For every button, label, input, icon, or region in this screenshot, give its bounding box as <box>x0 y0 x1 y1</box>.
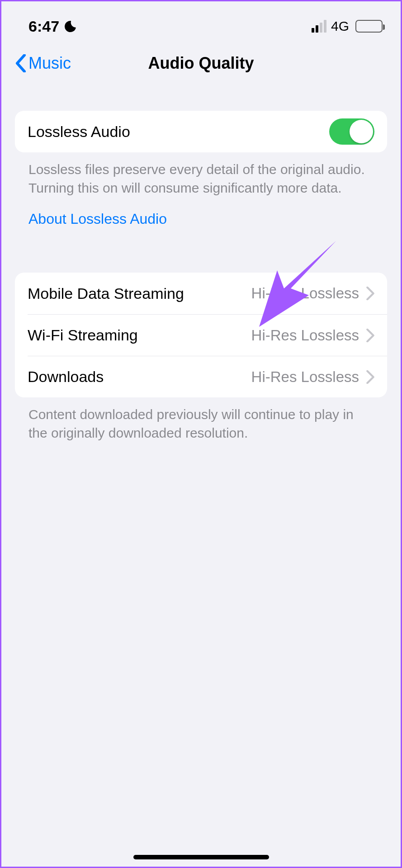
wifi-streaming-row[interactable]: Wi-Fi Streaming Hi-Res Lossless <box>28 314 387 356</box>
network-type-label: 4G <box>331 19 349 34</box>
do-not-disturb-moon-icon <box>64 19 77 33</box>
chevron-right-icon <box>366 329 374 342</box>
toggle-knob <box>350 120 373 143</box>
status-right: 4G <box>312 19 383 34</box>
lossless-audio-row: Lossless Audio <box>15 111 387 152</box>
back-button[interactable]: Music <box>10 54 71 73</box>
device-frame: 6:47 4G Music Audio Quality Lossless Aud <box>0 0 402 868</box>
status-time: 6:47 <box>28 18 59 35</box>
row-value: Hi-Res Lossless <box>251 327 359 344</box>
row-value: Hi-Res Lossless <box>251 285 359 302</box>
lossless-group: Lossless Audio <box>15 111 387 152</box>
mobile-data-streaming-row[interactable]: Mobile Data Streaming Hi-Res Lossless <box>15 273 387 314</box>
lossless-audio-label: Lossless Audio <box>28 123 130 141</box>
battery-icon <box>355 20 383 33</box>
cellular-signal-icon <box>312 20 326 33</box>
lossless-audio-toggle[interactable] <box>329 118 374 145</box>
quality-note: Content downloaded previously will conti… <box>15 397 387 442</box>
content: Lossless Audio Lossless files preserve e… <box>1 84 401 442</box>
chevron-left-icon <box>15 54 27 72</box>
back-label: Music <box>28 54 71 73</box>
chevron-right-icon <box>366 370 374 384</box>
row-value: Hi-Res Lossless <box>251 368 359 386</box>
quality-group: Mobile Data Streaming Hi-Res Lossless Wi… <box>15 273 387 397</box>
row-label: Wi-Fi Streaming <box>28 326 138 344</box>
nav-header: Music Audio Quality <box>1 43 401 84</box>
status-left: 6:47 <box>28 18 77 35</box>
downloads-row[interactable]: Downloads Hi-Res Lossless <box>28 356 387 397</box>
home-indicator[interactable] <box>133 855 269 859</box>
row-label: Mobile Data Streaming <box>28 285 184 302</box>
about-lossless-link[interactable]: About Lossless Audio <box>15 197 387 227</box>
lossless-note: Lossless files preserve every detail of … <box>15 152 387 197</box>
chevron-right-icon <box>366 287 374 300</box>
row-label: Downloads <box>28 368 104 386</box>
status-bar: 6:47 4G <box>1 1 401 43</box>
